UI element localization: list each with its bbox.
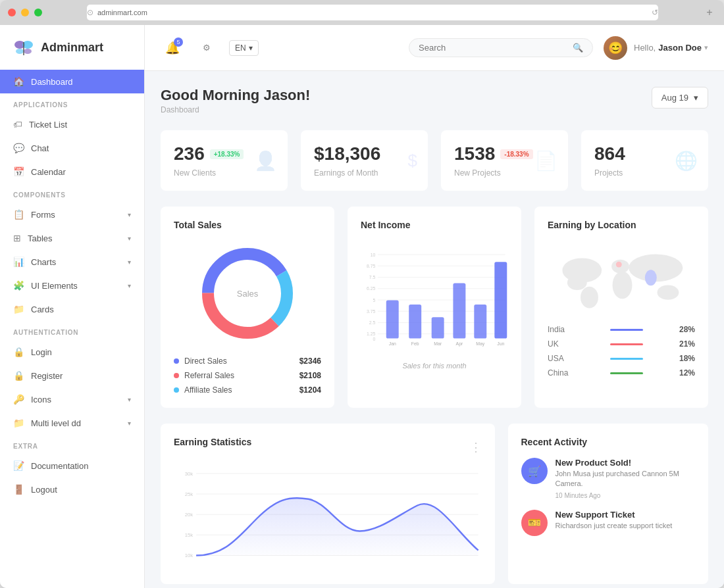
clients-icon: 👤 bbox=[254, 150, 277, 172]
stat-badge-projects: -18.33% bbox=[500, 149, 532, 159]
sidebar-logo: Adminmart bbox=[0, 25, 144, 70]
date-picker[interactable]: Aug 19 ▾ bbox=[652, 87, 708, 109]
svg-text:7.5: 7.5 bbox=[369, 275, 376, 280]
sidebar-item-tables[interactable]: ⊞ Tables ▾ bbox=[0, 226, 144, 250]
net-income-card: Net Income bbox=[348, 207, 521, 408]
sidebar-item-ui-elements[interactable]: 🧩 UI Elements ▾ bbox=[0, 274, 144, 297]
charts-arrow: ▾ bbox=[128, 258, 131, 266]
sidebar-item-calendar[interactable]: 📅 Calendar bbox=[0, 160, 144, 184]
sidebar-item-chat[interactable]: 💬 Chat bbox=[0, 136, 144, 160]
svg-rect-27 bbox=[386, 300, 399, 338]
sidebar-label-docs: Documentation bbox=[31, 461, 88, 471]
svg-text:Sales: Sales bbox=[237, 289, 259, 299]
svg-text:Mar: Mar bbox=[434, 341, 442, 346]
section-label-auth: AUTHENTICATION bbox=[0, 321, 144, 340]
activity-item-1: 🎫 New Support Ticket Richardson just cre… bbox=[521, 510, 696, 536]
svg-text:Apr: Apr bbox=[456, 341, 463, 347]
multilevel-arrow: ▾ bbox=[128, 420, 131, 427]
country-uk: UK bbox=[548, 339, 574, 349]
svg-text:May: May bbox=[476, 341, 485, 347]
uk-line bbox=[610, 343, 643, 345]
svg-text:10: 10 bbox=[371, 253, 376, 257]
direct-sales-label: Direct Sales bbox=[184, 356, 227, 366]
globe-icon: 🌐 bbox=[675, 150, 698, 172]
map-usa: USA 18% bbox=[548, 354, 695, 363]
map-china: China 12% bbox=[548, 368, 695, 378]
stat-value-earnings: $18,306 bbox=[314, 143, 380, 164]
charts-row: Total Sales bbox=[161, 207, 708, 408]
sidebar-item-documentation[interactable]: 📝 Documentation bbox=[0, 454, 144, 478]
sidebar-item-register[interactable]: 🔒 Register bbox=[0, 364, 144, 387]
nav-section-applications: APPLICATIONS 🏷 Ticket List 💬 Chat 📅 Cale… bbox=[0, 93, 144, 184]
tables-arrow: ▾ bbox=[128, 235, 131, 242]
ui-icon: 🧩 bbox=[13, 280, 24, 291]
settings-button[interactable]: ⚙ bbox=[195, 36, 219, 60]
close-button[interactable] bbox=[8, 9, 16, 16]
net-income-title: Net Income bbox=[361, 220, 508, 230]
uk-pct: 21% bbox=[679, 339, 695, 349]
topnav: 🔔 5 ⚙ EN ▾ 🔍 😊 Hello, bbox=[145, 25, 724, 71]
language-chevron: ▾ bbox=[249, 43, 253, 53]
total-sales-card: Total Sales bbox=[161, 207, 334, 408]
svg-rect-32 bbox=[494, 262, 507, 338]
stat-label-earnings: Earnings of Month bbox=[314, 168, 415, 178]
earnings-icon: $ bbox=[408, 151, 417, 171]
search-input[interactable] bbox=[419, 43, 567, 53]
minimize-button[interactable] bbox=[21, 9, 29, 16]
date-chevron: ▾ bbox=[694, 93, 698, 103]
stat-cards: 236 +18.33% New Clients 👤 $18,306 Earnin… bbox=[161, 130, 708, 191]
new-tab-button[interactable]: + bbox=[703, 6, 716, 19]
sidebar-item-dashboard[interactable]: 🏠 Dashboard bbox=[0, 70, 144, 93]
login-icon: 🔒 bbox=[13, 347, 24, 357]
sidebar-item-charts[interactable]: 📊 Charts ▾ bbox=[0, 250, 144, 274]
icons-arrow: ▾ bbox=[128, 396, 131, 403]
address-bar[interactable]: ⊙ adminmart.com ↺ bbox=[87, 5, 658, 20]
maximize-button[interactable] bbox=[34, 9, 42, 16]
affiliate-sales-amount: $1204 bbox=[299, 385, 321, 395]
icons-icon: 🔑 bbox=[13, 394, 24, 404]
svg-text:10k: 10k bbox=[185, 552, 194, 558]
sidebar-item-cards[interactable]: 📁 Cards bbox=[0, 297, 144, 321]
notification-bell-button[interactable]: 🔔 5 bbox=[161, 36, 184, 60]
forms-icon: 📋 bbox=[13, 209, 24, 220]
url-text: adminmart.com bbox=[97, 9, 147, 16]
dashboard-icon: 🏠 bbox=[13, 76, 24, 87]
sidebar-item-forms[interactable]: 📋 Forms ▾ bbox=[0, 203, 144, 226]
page-header: Good Morning Jason! Dashboard Aug 19 ▾ bbox=[161, 87, 708, 114]
svg-text:6.25: 6.25 bbox=[367, 286, 376, 291]
activity-item-0: 🛒 New Product Sold! John Musa just purch… bbox=[521, 458, 696, 499]
activity-time-0: 10 Minutes Ago bbox=[556, 492, 696, 499]
sidebar-item-ticket-list[interactable]: 🏷 Ticket List bbox=[0, 112, 144, 136]
svg-point-41 bbox=[581, 287, 598, 308]
more-options-button[interactable]: ⋮ bbox=[470, 440, 482, 454]
sidebar-label-login: Login bbox=[31, 347, 52, 357]
china-pct: 12% bbox=[679, 368, 695, 378]
section-label-extra: EXTRA bbox=[0, 435, 144, 454]
logo-text: Adminmart bbox=[41, 41, 103, 55]
sidebar-item-logout[interactable]: 🚪 Logout bbox=[0, 478, 144, 501]
language-selector[interactable]: EN ▾ bbox=[229, 40, 259, 56]
activity-icon-1: 🎫 bbox=[521, 510, 548, 536]
user-name: Jason Doe bbox=[658, 43, 702, 53]
svg-rect-30 bbox=[453, 283, 465, 339]
bell-badge: 5 bbox=[174, 37, 183, 47]
sidebar-item-login[interactable]: 🔒 Login bbox=[0, 340, 144, 364]
charts-icon: 📊 bbox=[13, 257, 24, 267]
stat-card-earnings: $18,306 Earnings of Month $ bbox=[301, 130, 428, 191]
svg-text:5: 5 bbox=[373, 298, 376, 303]
stat-card-projects: 864 Projects 🌐 bbox=[581, 130, 708, 191]
search-bar[interactable]: 🔍 bbox=[409, 38, 593, 57]
user-menu[interactable]: 😊 Hello, Jason Doe ▾ bbox=[604, 36, 708, 60]
date-text: Aug 19 bbox=[661, 93, 688, 103]
sidebar-item-multilevel[interactable]: 📁 Multi level dd ▾ bbox=[0, 411, 144, 435]
net-income-subtitle: Sales for this month bbox=[361, 362, 508, 370]
sidebar-item-label-dashboard: Dashboard bbox=[31, 77, 73, 87]
sidebar-item-icons[interactable]: 🔑 Icons ▾ bbox=[0, 387, 144, 411]
register-icon: 🔒 bbox=[13, 370, 24, 381]
sidebar-label-multilevel: Multi level dd bbox=[31, 418, 81, 428]
stat-card-clients: 236 +18.33% New Clients 👤 bbox=[161, 130, 288, 191]
svg-point-43 bbox=[613, 272, 633, 299]
calendar-icon: 📅 bbox=[13, 166, 24, 177]
india-pct: 28% bbox=[679, 325, 695, 334]
svg-rect-28 bbox=[409, 305, 421, 339]
